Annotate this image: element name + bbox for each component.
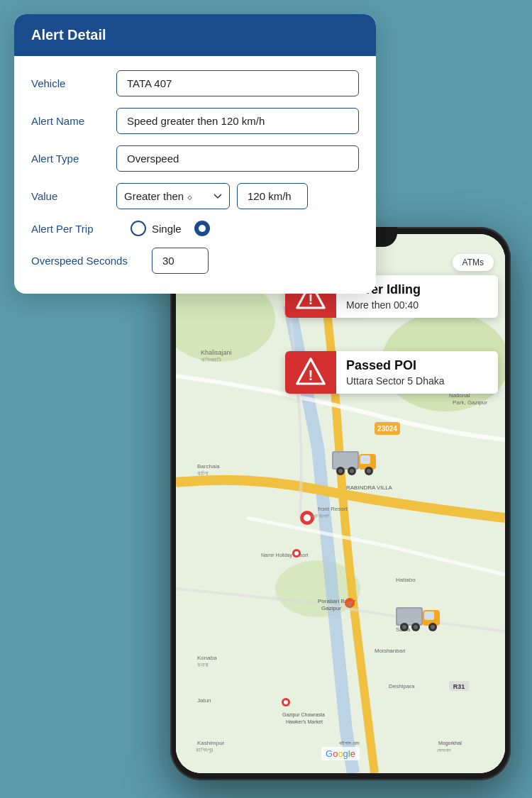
svg-point-41 (284, 700, 288, 704)
svg-rect-49 (333, 453, 358, 468)
phone: 23024 Khalisajani খালিসজানি Barchala বার… (170, 227, 511, 780)
overspeed-seconds-row: Overspeed Seconds (31, 248, 359, 274)
alert-type-row: Alert Type (31, 145, 359, 172)
radio-multiple-circle[interactable] (194, 221, 210, 236)
svg-text:Khalisajani: Khalisajani (201, 349, 232, 356)
alert-subtitle-2: Uttara Sector 5 Dhaka (346, 375, 445, 387)
alert-per-trip-row: Alert Per Trip Single (31, 221, 359, 236)
svg-text:বাইপাস রোড: বাইপাস রোড (339, 741, 360, 746)
svg-text:Hatiabo: Hatiabo (396, 577, 416, 583)
svg-text:Gazipur: Gazipur (321, 605, 341, 611)
vehicle-input[interactable] (116, 70, 359, 96)
svg-text:খালিসজানি: খালিসজানি (201, 357, 221, 363)
svg-text:মোগরখাল: মোগরখাল (437, 748, 451, 753)
svg-text:Moishanbari: Moishanbari (375, 648, 406, 654)
radio-single-item[interactable]: Single (131, 221, 182, 236)
truck-1 (332, 447, 382, 481)
truck-2 (396, 603, 445, 637)
svg-text:!: ! (309, 367, 314, 383)
radio-multiple-item[interactable] (194, 221, 210, 236)
chip-atms[interactable]: ATMs (453, 254, 494, 271)
alert-subtitle-1: More then 00:40 (346, 299, 421, 311)
svg-text:Mogorkhal: Mogorkhal (438, 741, 462, 746)
svg-text:23024: 23024 (377, 425, 397, 433)
alert-type-input[interactable] (116, 145, 359, 172)
alert-icon-2: ! (285, 351, 336, 394)
svg-point-65 (414, 625, 418, 629)
value-select[interactable]: Greater then ⬦ (116, 183, 230, 209)
alert-name-row: Alert Name (31, 108, 359, 134)
svg-text:RABINDRA VILLA: RABINDRA VILLA (346, 484, 393, 491)
phone-screen: 23024 Khalisajani খালিসজানি Barchala বার… (176, 234, 505, 773)
svg-text:বার্চালা: বার্চালা (197, 470, 209, 477)
svg-point-55 (350, 469, 354, 473)
vehicle-row: Vehicle (31, 70, 359, 96)
svg-point-67 (431, 625, 435, 629)
google-logo: Google (321, 747, 360, 760)
svg-text:Namir Holiday Resort: Namir Holiday Resort (261, 553, 309, 558)
radio-single-label: Single (152, 223, 182, 235)
phone-outer: 23024 Khalisajani খালিসজানি Barchala বার… (170, 227, 511, 780)
alert-per-trip-label: Alert Per Trip (31, 223, 131, 235)
alert-title-2: Passed POI (346, 358, 445, 374)
alert-detail-card: Alert Detail Vehicle Alert Name Alert Ty… (14, 14, 376, 294)
card-title: Alert Detail (31, 27, 106, 43)
card-header: Alert Detail (14, 14, 376, 56)
svg-rect-51 (360, 455, 370, 464)
svg-text:R31: R31 (453, 683, 465, 690)
svg-text:ফ্রন্ট রিসোর্ট: ফ্রন্ট রিসোর্ট (310, 514, 330, 519)
alert-name-label: Alert Name (31, 115, 116, 127)
svg-text:কনাবা: কনাবা (197, 662, 209, 668)
svg-rect-61 (424, 611, 434, 620)
overspeed-seconds-input[interactable] (152, 248, 209, 274)
svg-point-7 (304, 514, 311, 521)
svg-text:Deshlpara: Deshlpara (389, 683, 415, 689)
svg-text:Gazipur Chowrasta: Gazipur Chowrasta (282, 712, 325, 718)
svg-text:Park, Gazipur: Park, Gazipur (453, 399, 487, 406)
svg-point-57 (367, 469, 371, 473)
alert-type-label: Alert Type (31, 153, 116, 165)
svg-rect-59 (397, 609, 421, 624)
svg-text:Konaba: Konaba (197, 655, 217, 661)
svg-text:Barchala: Barchala (197, 463, 220, 470)
svg-text:Hawker's Market: Hawker's Market (286, 719, 323, 724)
value-row: Value Greater then ⬦ (31, 183, 359, 209)
svg-point-29 (294, 551, 299, 555)
svg-text:Jatun: Jatun (197, 697, 211, 704)
svg-text:🛒: 🛒 (346, 600, 353, 607)
card-body: Vehicle Alert Name Alert Type Value Grea… (14, 56, 376, 294)
svg-point-53 (338, 469, 343, 473)
value-label: Value (31, 190, 116, 202)
map-background: 23024 Khalisajani খালিসজানি Barchala বার… (176, 234, 505, 773)
svg-point-63 (402, 625, 406, 629)
vehicle-label: Vehicle (31, 77, 116, 89)
svg-text:Kashimpur: Kashimpur (197, 740, 225, 746)
svg-text:front Resort: front Resort (318, 506, 348, 512)
radio-group: Single (131, 221, 210, 236)
svg-text:কাশিমপুর: কাশিমপুর (196, 747, 214, 753)
radio-single-circle[interactable] (131, 221, 146, 236)
passed-poi-alert: ! Passed POI Uttara Sector 5 Dhaka (285, 351, 498, 394)
alert-text-2: Passed POI Uttara Sector 5 Dhaka (336, 351, 455, 394)
alert-name-input[interactable] (116, 108, 359, 134)
overspeed-seconds-label: Overspeed Seconds (31, 255, 152, 267)
value-input[interactable] (237, 183, 308, 209)
